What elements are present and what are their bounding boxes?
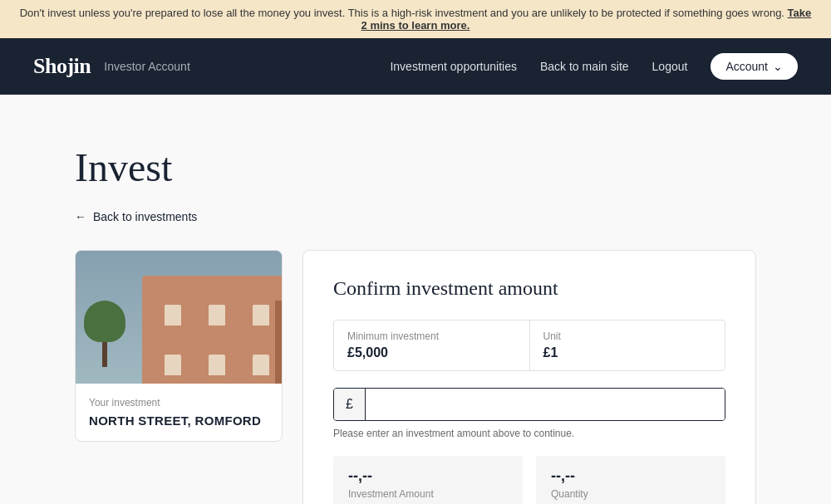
unit-label: Unit — [543, 330, 712, 342]
investment-amount-summary: --,-- Investment Amount — [333, 456, 523, 504]
account-button[interactable]: Account ⌄ — [711, 53, 798, 80]
nav-investment-opportunities[interactable]: Investment opportunities — [390, 60, 517, 73]
investment-amount-input[interactable] — [366, 389, 725, 420]
content-row: Your investment NORTH STREET, ROMFORD Co… — [75, 250, 756, 504]
warning-bar: Don't invest unless you're prepared to l… — [0, 0, 831, 38]
window — [165, 355, 181, 375]
unit-value: £1 — [543, 345, 712, 360]
window — [209, 355, 225, 375]
nav-links: Investment opportunities Back to main si… — [390, 53, 798, 80]
card-body: Your investment NORTH STREET, ROMFORD — [76, 384, 282, 441]
property-image — [76, 251, 282, 384]
quantity-display: --,-- — [551, 467, 711, 485]
back-link-label: Back to investments — [93, 210, 197, 223]
summary-row: --,-- Investment Amount --,-- Quantity — [333, 456, 725, 504]
min-investment-label: Minimum investment — [347, 330, 516, 342]
confirm-title: Confirm investment amount — [333, 277, 725, 300]
investment-name: NORTH STREET, ROMFORD — [89, 413, 268, 428]
window — [253, 305, 269, 325]
nav-logout[interactable]: Logout — [652, 60, 688, 73]
investment-amount-display: --,-- — [348, 467, 508, 485]
investment-amount-label: Investment Amount — [348, 488, 508, 500]
window-row-1 — [142, 305, 282, 325]
main-content: Invest ← Back to investments — [42, 95, 789, 504]
investment-details: Minimum investment £5,000 Unit £1 — [333, 320, 725, 371]
account-button-label: Account — [725, 60, 768, 73]
navbar: Shojin Investor Account Investment oppor… — [0, 38, 831, 95]
investment-input-row: £ — [333, 388, 725, 421]
chevron-down-icon: ⌄ — [773, 60, 783, 73]
page-title: Invest — [75, 144, 756, 190]
quantity-summary: --,-- Quantity — [536, 456, 725, 504]
building-side — [275, 301, 282, 384]
building-illustration — [142, 276, 282, 384]
back-arrow-icon: ← — [75, 210, 86, 223]
investment-card: Your investment NORTH STREET, ROMFORD — [75, 250, 283, 442]
window-row-2 — [142, 355, 282, 375]
window — [209, 305, 225, 325]
window — [253, 355, 269, 375]
unit-col: Unit £1 — [530, 321, 725, 370]
quantity-label: Quantity — [551, 488, 711, 500]
min-investment-value: £5,000 — [347, 345, 516, 360]
currency-prefix: £ — [334, 389, 366, 420]
confirm-panel: Confirm investment amount Minimum invest… — [302, 250, 756, 504]
input-hint: Please enter an investment amount above … — [333, 428, 725, 439]
warning-text: Don't invest unless you're prepared to l… — [20, 7, 784, 19]
investor-label: Investor Account — [104, 60, 190, 73]
logo: Shojin — [33, 54, 91, 79]
your-investment-label: Your investment — [89, 397, 268, 409]
back-to-investments-link[interactable]: ← Back to investments — [75, 210, 756, 223]
tree-decoration — [84, 309, 125, 367]
min-investment-col: Minimum investment £5,000 — [334, 321, 530, 370]
window — [165, 305, 181, 325]
nav-back-to-main[interactable]: Back to main site — [540, 60, 629, 73]
